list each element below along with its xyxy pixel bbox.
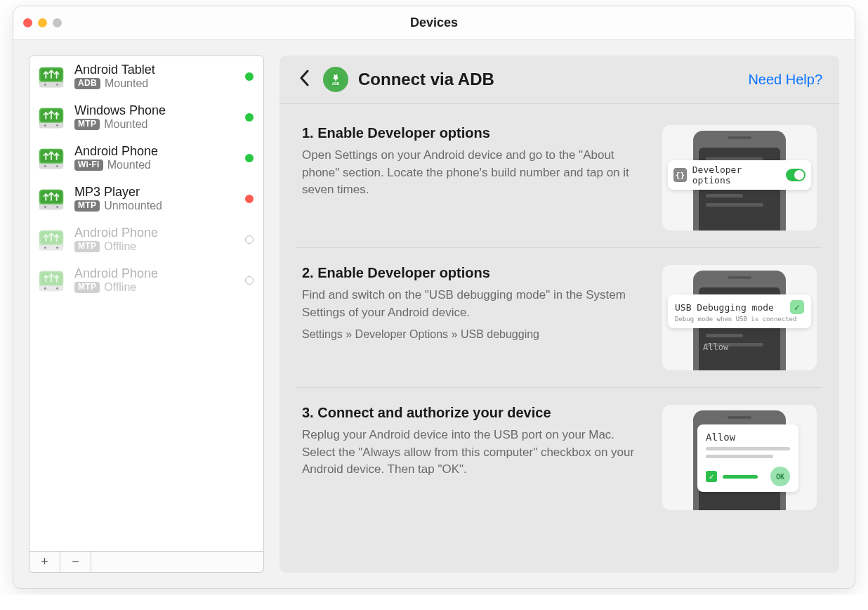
svg-rect-6 (39, 82, 63, 88)
ok-button-icon: OK (770, 467, 790, 486)
protocol-badge: MTP (74, 200, 100, 212)
remove-device-button[interactable]: − (60, 552, 91, 572)
step: 3. Connect and authorize your device Rep… (296, 388, 822, 527)
device-row[interactable]: MP3 Player MTP Unmounted (29, 179, 263, 219)
callout-usb-debugging: USB Debugging mode ✓ Debug mode when USB… (668, 294, 811, 328)
app-window: Devices Android Tablet ADB Mounted (13, 6, 855, 589)
step: 1. Enable Developer options Open Setting… (296, 108, 822, 248)
protocol-badge: MTP (74, 241, 100, 252)
device-icon (37, 62, 66, 91)
device-name: Android Phone (74, 144, 237, 159)
device-icon (37, 184, 66, 214)
device-name: Windows Phone (74, 103, 237, 118)
device-subtitle: MTP Offline (74, 240, 237, 253)
svg-point-52 (44, 287, 46, 290)
device-text: Windows Phone MTP Mounted (74, 103, 237, 131)
step-title: 3. Connect and authorize your device (302, 405, 643, 421)
svg-rect-33 (39, 205, 63, 210)
device-state: Offline (104, 281, 136, 294)
svg-point-35 (56, 206, 58, 208)
device-row[interactable]: Windows Phone MTP Mounted (29, 97, 263, 138)
svg-point-44 (56, 247, 58, 249)
sidebar: Android Tablet ADB Mounted Windows Phone… (29, 56, 264, 573)
step-illustration: {} Developer options (662, 125, 817, 231)
svg-point-16 (44, 124, 46, 126)
step-desc: Open Settings on your Android device and… (302, 147, 643, 199)
device-row[interactable]: Android Phone MTP Offline (29, 260, 263, 301)
step-illustration: Allow ✓ OK (662, 405, 817, 510)
device-name: Android Phone (74, 226, 237, 240)
status-indicator-icon (245, 113, 254, 122)
help-link[interactable]: Need Help? (748, 72, 822, 88)
status-indicator-icon (245, 235, 254, 244)
device-row[interactable]: Android Tablet ADB Mounted (29, 56, 263, 97)
svg-point-53 (56, 287, 58, 290)
step-desc: Find and switch on the "USB debugging mo… (302, 287, 643, 321)
svg-point-17 (56, 124, 58, 126)
status-indicator-icon (245, 195, 254, 203)
svg-rect-42 (39, 245, 63, 251)
step-path: Settings » Developer Options » USB debug… (302, 328, 643, 341)
svg-point-34 (44, 206, 46, 208)
dialog-title: Allow (706, 431, 790, 443)
toggle-icon (786, 169, 805, 181)
device-subtitle: MTP Unmounted (74, 200, 237, 212)
step-title: 2. Enable Developer options (302, 265, 643, 281)
callout-label: Developer options (692, 164, 780, 186)
close-window-icon[interactable] (23, 18, 32, 27)
device-text: MP3 Player MTP Unmounted (74, 185, 237, 212)
svg-rect-55 (334, 77, 338, 79)
device-state: Offline (104, 240, 136, 253)
back-icon[interactable] (296, 70, 313, 89)
step-text: 3. Connect and authorize your device Rep… (302, 405, 643, 510)
device-icon (37, 103, 66, 132)
device-text: Android Phone MTP Offline (74, 266, 237, 294)
device-icon (37, 266, 66, 295)
footer-spacer (91, 552, 263, 572)
status-indicator-icon (245, 72, 254, 81)
allow-label: Allow (703, 342, 728, 352)
zoom-window-icon[interactable] (53, 18, 62, 27)
titlebar: Devices (13, 6, 855, 40)
svg-point-25 (44, 165, 46, 167)
step-desc: Replug your Android device into the USB … (302, 427, 643, 479)
add-device-button[interactable]: + (29, 552, 60, 572)
svg-point-8 (56, 84, 58, 86)
svg-rect-15 (39, 123, 63, 129)
device-state: Mounted (105, 77, 148, 90)
svg-text:ADB: ADB (332, 82, 340, 86)
device-subtitle: Wi-Fi Mounted (74, 159, 237, 171)
callout-sub: Debug mode when USB is connected (675, 316, 804, 323)
device-row[interactable]: Android Phone MTP Offline (29, 219, 263, 260)
device-icon (37, 143, 66, 173)
svg-point-7 (44, 84, 46, 86)
device-subtitle: ADB Mounted (74, 77, 237, 90)
protocol-badge: ADB (74, 78, 100, 89)
svg-rect-51 (39, 286, 63, 292)
step-title: 1. Enable Developer options (302, 125, 643, 141)
sidebar-footer: + − (29, 552, 264, 573)
window-title: Devices (13, 15, 855, 30)
braces-icon: {} (673, 168, 687, 182)
svg-rect-56 (334, 75, 338, 77)
checkbox-icon: ✓ (706, 471, 717, 482)
adb-badge-icon: ADB (323, 67, 348, 92)
step: 2. Enable Developer options Find and swi… (296, 248, 822, 388)
step-illustration: USB Debugging mode ✓ Debug mode when USB… (662, 265, 817, 370)
protocol-badge: MTP (74, 282, 100, 293)
device-row[interactable]: Android Phone Wi-Fi Mounted (29, 138, 263, 179)
status-indicator-icon (245, 154, 254, 162)
device-name: Android Tablet (74, 63, 237, 77)
svg-point-26 (56, 165, 58, 167)
device-state: Mounted (104, 118, 147, 131)
svg-rect-24 (39, 164, 63, 169)
device-list: Android Tablet ADB Mounted Windows Phone… (29, 56, 264, 552)
device-state: Mounted (107, 159, 151, 171)
minimize-window-icon[interactable] (38, 18, 47, 27)
callout-authorize: Allow ✓ OK (697, 424, 798, 492)
step-text: 2. Enable Developer options Find and swi… (302, 265, 643, 370)
device-subtitle: MTP Offline (74, 281, 237, 294)
step-text: 1. Enable Developer options Open Setting… (302, 125, 643, 231)
page-title: Connect via ADB (358, 70, 738, 89)
device-state: Unmounted (104, 200, 162, 212)
